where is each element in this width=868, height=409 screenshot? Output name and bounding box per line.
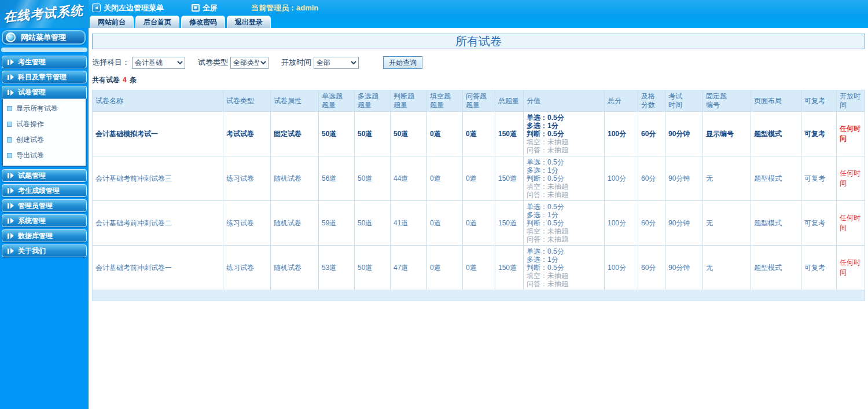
collapse-left-menu-button[interactable]: ◄ 关闭左边管理菜单	[92, 3, 164, 13]
col-header-single-choice-count: 单选题 题量	[319, 90, 355, 112]
sidebar-item-system-management[interactable]: 系统管理	[2, 214, 87, 227]
sidebar-divider	[1, 48, 87, 52]
score-line-qa: 问答：未抽题	[527, 280, 601, 288]
score-line-single: 单选：0.5分	[527, 247, 601, 255]
sidebar-item-label: 系统管理	[18, 216, 46, 226]
current-admin-label: 当前管理员：admin	[251, 3, 318, 13]
sidebar-subitem-label: 试卷操作	[16, 119, 44, 129]
sidebar-header: 网站菜单管理	[2, 30, 86, 45]
cell-blank-fill-count: 0道	[427, 156, 463, 201]
cell-score-values: 单选：0.5分 多选：1分 判断：0.5分 填空：未抽题 问答：未抽题	[524, 246, 605, 290]
col-header-judge-count: 判断题 题量	[391, 90, 427, 112]
cell-total-score: 100分	[605, 112, 638, 156]
cell-pass-score: 60分	[638, 156, 665, 201]
papers-table: 试卷名称 试卷类型 试卷属性 单选题 题量 多选题 题量 判断题 题量 填空题 …	[92, 90, 865, 301]
sidebar-item-subject-chapter-management[interactable]: 科目及章节管理	[2, 71, 87, 83]
page-title: 所有试卷	[455, 34, 502, 49]
menu-arrow-icon	[8, 218, 14, 224]
sidebar-item-examinee-management[interactable]: 考生管理	[2, 56, 87, 68]
sidebar-subitem-label: 导出试卷	[16, 151, 44, 160]
cell-exam-duration: 90分钟	[665, 156, 703, 201]
paper-type-filter-label: 试卷类型	[198, 57, 228, 68]
score-line-multi: 多选：1分	[527, 166, 601, 174]
cell-single-choice-count: 53道	[319, 246, 355, 290]
sidebar-item-about-us[interactable]: 关于我们	[2, 244, 87, 257]
col-header-paper-type: 试卷类型	[223, 90, 271, 112]
collapse-left-menu-label: 关闭左边管理菜单	[104, 3, 164, 13]
paper-type-select[interactable]: 全部类型	[230, 57, 269, 69]
cell-paper-name: 会计基础考前冲刺试卷一	[93, 246, 223, 290]
score-line-qa: 问答：未抽题	[527, 191, 601, 199]
cell-pass-score: 60分	[638, 246, 665, 290]
cell-total-count: 150道	[495, 201, 524, 246]
table-header-row: 试卷名称 试卷类型 试卷属性 单选题 题量 多选题 题量 判断题 题量 填空题 …	[93, 90, 865, 112]
sidebar-subitem-create-paper[interactable]: 创建试卷	[3, 132, 86, 148]
menu-arrow-icon	[8, 90, 14, 96]
app-logo-text: 在线考试系统	[3, 2, 84, 26]
collapse-left-icon: ◄	[92, 3, 101, 12]
tab-backend-home[interactable]: 后台首页	[135, 16, 179, 28]
cell-exam-duration: 90分钟	[665, 246, 703, 290]
sidebar-item-database-management[interactable]: 数据库管理	[2, 229, 87, 242]
cell-paper-attribute: 固定试卷	[271, 112, 319, 156]
open-time-select[interactable]: 全部	[314, 57, 359, 69]
fullscreen-button[interactable]: 全屏	[192, 3, 218, 13]
cell-blank-fill-count: 0道	[427, 246, 463, 290]
cell-paper-attribute: 随机试卷	[271, 201, 319, 246]
sidebar-item-question-management[interactable]: 试题管理	[2, 169, 87, 182]
score-line-blank: 填空：未抽题	[527, 182, 601, 191]
sidebar-item-admin-management[interactable]: 管理员管理	[2, 199, 87, 212]
sidebar-subitem-paper-operations[interactable]: 试卷操作	[3, 116, 86, 132]
app-logo: 在线考试系统	[0, 0, 89, 28]
cell-page-layout: 题型模式	[751, 246, 801, 290]
tab-site-front[interactable]: 网站前台	[90, 16, 134, 28]
cell-score-values: 单选：0.5分 多选：1分 判断：0.5分 填空：未抽题 问答：未抽题	[524, 201, 605, 246]
topbar-links: ◄ 关闭左边管理菜单 全屏 当前管理员：admin	[89, 0, 868, 16]
cell-pass-score: 60分	[638, 201, 665, 246]
col-header-fixed-number: 固定题 编号	[703, 90, 751, 112]
cell-open-time: 任何时间	[837, 201, 865, 246]
menu-arrow-icon	[8, 188, 14, 193]
cell-total-count: 150道	[495, 156, 524, 201]
sidebar-item-label: 试题管理	[18, 171, 46, 181]
sidebar-item-label: 关于我们	[18, 246, 46, 256]
cell-retake: 可复考	[801, 112, 837, 156]
cell-score-values: 单选：0.5分 多选：1分 判断：0.5分 填空：未抽题 问答：未抽题	[524, 112, 605, 156]
cell-retake: 可复考	[801, 246, 837, 290]
subject-select[interactable]: 会计基础	[132, 57, 185, 69]
cell-page-layout: 题型模式	[751, 201, 801, 246]
cell-open-time: 任何时间	[837, 112, 865, 156]
sidebar-subitem-label: 显示所有试卷	[16, 104, 58, 114]
cell-score-values: 单选：0.5分 多选：1分 判断：0.5分 填空：未抽题 问答：未抽题	[524, 156, 605, 201]
cell-paper-type: 练习试卷	[223, 156, 271, 201]
col-header-open-time: 开放时间	[837, 90, 865, 112]
filter-bar: 选择科目： 会计基础 试卷类型 全部类型 开放时间 全部 开始查询	[92, 56, 865, 69]
cell-open-time: 任何时间	[837, 246, 865, 290]
app-root: 在线考试系统 ◄ 关闭左边管理菜单 全屏 当前管理员：admin 网站前台 后台…	[0, 0, 868, 409]
cell-qa-count: 0道	[463, 246, 495, 290]
cell-retake: 可复考	[801, 201, 837, 246]
cell-total-count: 150道	[495, 112, 524, 156]
sidebar-subitem-export-paper[interactable]: 导出试卷	[3, 148, 86, 163]
score-line-qa: 问答：未抽题	[527, 235, 601, 243]
start-query-button[interactable]: 开始查询	[383, 56, 422, 69]
col-header-paper-attribute: 试卷属性	[271, 90, 319, 112]
sidebar-item-score-management[interactable]: 考生成绩管理	[2, 184, 87, 197]
cell-multi-choice-count: 50道	[355, 246, 391, 290]
cell-paper-type: 考试试卷	[223, 112, 271, 156]
cell-page-layout: 题型模式	[751, 112, 801, 156]
cell-total-score: 100分	[605, 156, 638, 201]
cell-multi-choice-count: 50道	[355, 156, 391, 201]
tab-logout[interactable]: 退出登录	[227, 16, 271, 28]
paper-count-line: 共有试卷4条	[92, 75, 865, 85]
sidebar-item-label: 科目及章节管理	[18, 72, 67, 82]
col-header-blank-fill-count: 填空题 题量	[427, 90, 463, 112]
score-line-judge: 判断：0.5分	[527, 219, 601, 227]
sidebar-item-label: 考生管理	[18, 57, 46, 67]
square-bullet-icon	[7, 122, 12, 127]
sidebar-subitem-show-all-papers[interactable]: 显示所有试卷	[3, 101, 86, 116]
sidebar-item-paper-management[interactable]: 试卷管理	[2, 86, 87, 98]
cell-exam-duration: 90分钟	[665, 201, 703, 246]
tab-change-password[interactable]: 修改密码	[181, 16, 225, 28]
score-line-multi: 多选：1分	[527, 211, 601, 219]
